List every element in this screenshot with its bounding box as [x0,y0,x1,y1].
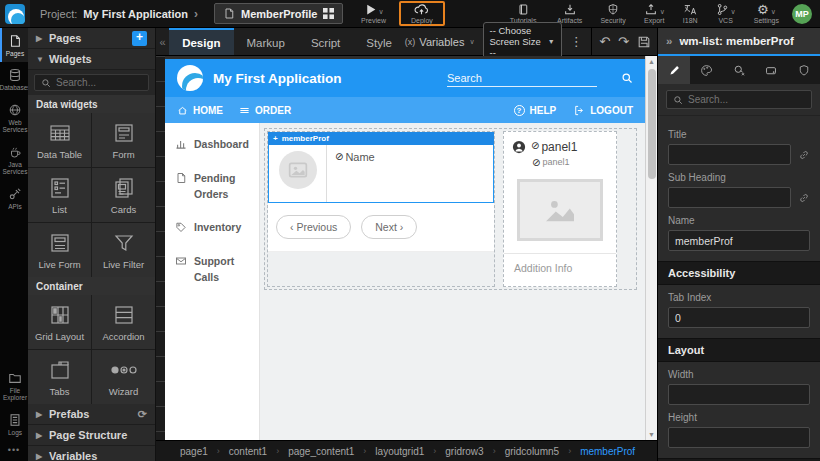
bind-link-icon[interactable] [798,192,810,204]
tab-security[interactable] [788,56,820,84]
search-icon [41,78,51,88]
breadcrumb-memberprof[interactable]: memberProf [580,446,635,457]
scroll-up-icon[interactable]: ▲ [648,56,655,67]
widget-tile-live-form[interactable]: Live Form [28,223,91,277]
tab-script[interactable]: Script [298,28,353,55]
tab-properties[interactable] [658,56,690,84]
panel-title[interactable]: panel1 [541,140,577,154]
collapse-left-panel-button[interactable]: « [156,28,169,55]
vcs-button[interactable]: ∨ VCS [707,0,745,27]
previous-button[interactable]: ‹ Previous [276,215,351,239]
scrollbar-thumb[interactable] [648,69,656,179]
widgets-section-header[interactable]: ▼ Widgets [28,49,155,70]
property-search-input[interactable] [688,94,805,105]
sidenav-item-inventory[interactable]: Inventory [175,220,249,236]
list-widget-memberprof[interactable]: + memberProf ⊘ Name [267,131,495,287]
variables-dropdown[interactable]: (x) Variables ∨ [405,36,475,48]
breadcrumb-gridcolumn5[interactable]: gridcolumn5 [505,446,559,457]
list-item-template[interactable]: ⊘ Name [268,145,494,203]
sidenav-item-support-calls[interactable]: Support Calls [175,254,249,286]
width-field-input[interactable] [668,384,810,405]
search-icon[interactable] [621,72,633,84]
preview-button[interactable]: ∨ Preview [352,0,395,27]
breadcrumb-layoutgrid1[interactable]: layoutgrid1 [375,446,424,457]
height-field-input[interactable] [668,427,810,448]
deploy-button[interactable]: Deploy [399,1,445,26]
rail-item-java-services[interactable]: Java Services [0,139,28,181]
next-button[interactable]: Next › [361,215,417,239]
page-tab-memberprofile[interactable]: MemberProfile [214,3,343,24]
user-avatar[interactable]: MP [792,4,812,24]
security-button[interactable]: Security [591,0,634,27]
scroll-down-icon[interactable]: ▼ [648,429,655,440]
image-placeholder[interactable] [517,179,603,241]
grid-column-container[interactable]: + memberProf ⊘ Name [264,128,637,290]
layout-section-header[interactable]: Layout [658,338,820,362]
nav-item-home[interactable]: HOME [177,105,223,116]
redo-icon[interactable]: ↷ [618,34,629,49]
title-field-input[interactable] [668,144,791,165]
add-page-button[interactable]: + [132,31,147,46]
widget-tile-accordion[interactable]: Accordion [92,295,155,349]
sidenav-item-pending-orders[interactable]: Pending Orders [175,171,249,203]
wavemaker-logo[interactable] [0,0,30,27]
widget-tile-cards[interactable]: Cards [92,168,155,222]
subheading-field-input[interactable] [668,187,791,208]
widget-tile-list[interactable]: List [28,168,91,222]
export-button[interactable]: ∨ Export [635,0,674,27]
breadcrumb-page1[interactable]: page1 [180,446,208,457]
page-structure-section-header[interactable]: ▶ Page Structure [28,425,155,446]
accessibility-section-header[interactable]: Accessibility [658,261,820,285]
list-widget-header[interactable]: + memberProf [268,132,494,145]
bind-link-icon[interactable] [798,149,810,161]
widget-tile-live-filter[interactable]: Live Filter [92,223,155,277]
nav-item-logout[interactable]: LOGOUT [574,105,633,116]
tab-design[interactable]: Design [169,28,233,55]
sidenav-item-dashboard[interactable]: Dashboard [175,137,249,153]
i18n-button[interactable]: I18N [674,0,707,27]
breadcrumb-gridrow3[interactable]: gridrow3 [445,446,483,457]
panel-subtitle[interactable]: panel1 [542,157,569,169]
pages-section-header[interactable]: ▶ Pages + [28,28,155,49]
rail-item-databases[interactable]: Databases [0,62,28,96]
refresh-icon[interactable]: ⟳ [138,408,147,421]
save-icon[interactable] [637,35,651,49]
panel-footer-label[interactable]: Addition Info [512,254,608,282]
nav-item-help[interactable]: ? HELP [514,105,557,116]
tab-style[interactable]: Style [353,28,405,55]
collapse-right-panel-button[interactable]: » [666,35,672,47]
tab-device[interactable] [755,56,787,84]
settings-button[interactable]: ⚙∨ Settings [745,0,788,27]
variables-section-header[interactable]: ▶ Variables [28,446,155,461]
canvas-scrollbar[interactable]: ▲ ▼ [645,56,657,440]
widget-tile-form[interactable]: Form [92,113,155,167]
tab-events[interactable] [723,56,755,84]
rail-item-web-services[interactable]: Web Services [0,97,28,139]
move-icon[interactable]: + [273,134,278,143]
widget-search-input[interactable] [56,77,142,88]
undo-icon[interactable]: ↶ [599,34,610,49]
rail-item-file-explorer[interactable]: File Explorer [0,365,28,407]
breadcrumb-page-content1[interactable]: page_content1 [288,446,354,457]
more-options-icon[interactable]: ••• [0,441,28,461]
list-item-name-label[interactable]: Name [345,151,374,163]
widget-tile-data-table[interactable]: Data Table [28,113,91,167]
breadcrumb-content1[interactable]: content1 [229,446,267,457]
tab-markup[interactable]: Markup [234,28,298,55]
grid-icon[interactable] [323,8,334,19]
tabindex-field-input[interactable] [668,307,810,328]
widget-tile-tabs[interactable]: Tabs [28,350,91,404]
rail-item-logs[interactable]: Logs [0,407,28,441]
tab-styles[interactable] [690,56,722,84]
widget-tile-grid-layout[interactable]: Grid Layout [28,295,91,349]
rail-item-pages[interactable]: Pages [0,28,28,62]
rail-item-apis[interactable]: APIs [0,181,28,215]
kebab-menu-icon[interactable]: ⋮ [570,34,583,49]
name-field-input[interactable] [668,230,810,251]
app-search-input[interactable] [447,70,597,87]
prefabs-section-header[interactable]: ▶ Prefabs ⟳ [28,404,155,425]
avatar-image-placeholder[interactable] [279,151,317,189]
panel-widget-panel1[interactable]: ⊘panel1 ⊘panel1 Addition Info [503,131,617,287]
nav-item-order[interactable]: ORDER [239,105,291,116]
widget-tile-wizard[interactable]: Wizard [92,350,155,404]
